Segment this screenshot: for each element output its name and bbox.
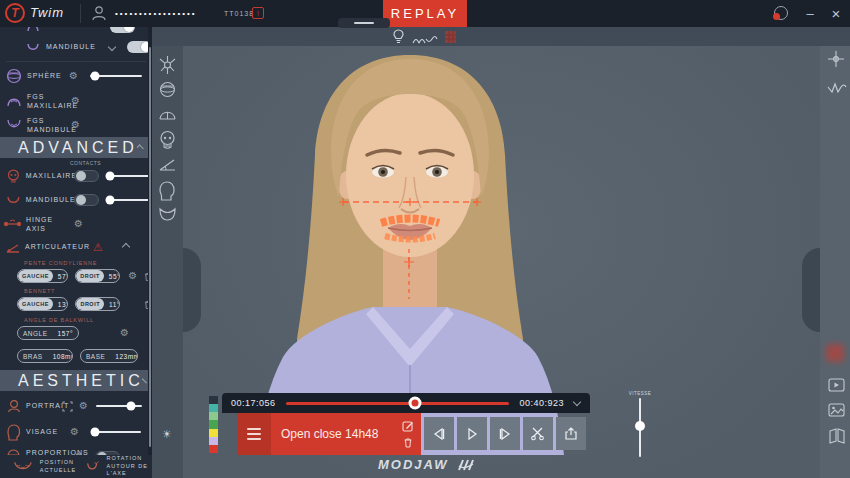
mandible-teeth-icon[interactable] xyxy=(158,207,177,226)
bennett-label: BENNETT xyxy=(24,288,55,294)
aesthetic-section-header[interactable]: AESTHETIC xyxy=(0,370,152,391)
pente-gauche-pill[interactable]: GAUCHE 57° xyxy=(17,269,68,283)
rotation-axe-label: ROTATIONAUTOUR DE L'AXE xyxy=(107,455,152,477)
left-panel-handle[interactable] xyxy=(183,248,201,332)
bennett-droit-pill[interactable]: DROIT 11° xyxy=(75,297,120,311)
head-profile-icon[interactable] xyxy=(158,181,176,205)
legend-segment xyxy=(209,445,218,453)
divider xyxy=(6,61,146,62)
titlebar-divider xyxy=(80,4,81,23)
replay-mode-button[interactable]: REPLAY xyxy=(383,0,467,27)
gear-icon[interactable]: ⚙ xyxy=(74,219,83,229)
sidebar-scrollbar[interactable] xyxy=(148,27,152,478)
sphere-icon[interactable] xyxy=(158,81,177,102)
sphere-label: SPHÈRE xyxy=(27,71,69,80)
hinge-axis-label: HINGE AXIS xyxy=(26,215,72,234)
gallery-pages-icon[interactable] xyxy=(826,428,848,448)
mandibule-opacity-slider[interactable] xyxy=(107,199,152,201)
position-actuelle-label: POSITIONACTUELLE xyxy=(40,459,76,474)
fgs-maxillaire-icon xyxy=(6,94,22,108)
advanced-title: ADVANCED xyxy=(18,139,138,157)
ruler-grid-icon[interactable] xyxy=(444,30,457,48)
clipped-row xyxy=(0,27,152,36)
step-backward-button[interactable] xyxy=(424,417,454,450)
bras-pill[interactable]: BRAS 108mm xyxy=(17,349,73,363)
brightness-icon[interactable]: ☀ xyxy=(162,428,172,441)
maxillaire-contacts-toggle[interactable] xyxy=(74,170,99,182)
axes-tracker-icon[interactable] xyxy=(158,55,177,79)
legend-segment xyxy=(209,396,218,404)
mandible-arch-icon xyxy=(26,42,40,53)
angle-value: 157° xyxy=(53,330,78,337)
panel-collapse-tab[interactable] xyxy=(338,18,390,28)
mandibule-top-label: MANDIBULE xyxy=(46,42,96,51)
gear-icon[interactable]: ⚙ xyxy=(69,71,78,81)
droit-chip: DROIT xyxy=(76,298,104,310)
patient-name-masked: ••••••••••••••••• xyxy=(115,9,197,18)
sidebar-row-adv-mandibule: MANDIBULE xyxy=(0,190,152,210)
lightbulb-icon[interactable] xyxy=(391,29,406,49)
bennett-gauche-pill[interactable]: GAUCHE 13° xyxy=(17,297,68,311)
alert-badge-icon[interactable]: ! xyxy=(252,7,264,19)
timeline-chevron-down-icon[interactable] xyxy=(573,398,581,406)
droit-chip: DROIT xyxy=(76,270,104,282)
delete-clip-icon[interactable] xyxy=(403,437,413,448)
sphere-opacity-slider[interactable] xyxy=(90,75,142,77)
gear-icon[interactable]: ⚙ xyxy=(71,120,80,130)
visage-slider[interactable] xyxy=(91,431,141,433)
fgs-mandibule-label: FGSMANDIBULE xyxy=(27,116,71,135)
twim-app-window: T Twim ••••••••••••••••• TT0138 ! REPLAY… xyxy=(0,0,850,478)
frame-icon[interactable] xyxy=(62,401,73,412)
base-value: 123mm xyxy=(110,353,138,360)
recording-indicator-icon[interactable] xyxy=(826,344,844,362)
hinge-axis-icon xyxy=(2,218,23,230)
signal-curve-icon[interactable] xyxy=(827,80,847,100)
timeline-track[interactable] xyxy=(286,402,510,405)
minimize-button[interactable]: – xyxy=(798,0,822,27)
maxillaire-opacity-slider[interactable] xyxy=(107,175,152,177)
titlebar: T Twim ••••••••••••••••• TT0138 ! REPLAY… xyxy=(0,0,850,27)
chevron-down-icon[interactable] xyxy=(108,43,116,51)
screenshot-image-icon[interactable] xyxy=(828,403,845,421)
rotation-axe-icon[interactable] xyxy=(84,459,100,474)
timeline-thumb[interactable] xyxy=(409,397,422,410)
clipped-toggle[interactable] xyxy=(110,27,135,33)
gear-icon[interactable]: ⚙ xyxy=(71,96,80,106)
portrait-slider[interactable] xyxy=(96,405,142,407)
skull-icon[interactable] xyxy=(158,130,177,155)
crosshair-tool-icon[interactable] xyxy=(827,50,845,72)
base-pill[interactable]: BASE 123mm xyxy=(80,349,138,363)
play-button[interactable] xyxy=(457,417,487,450)
clip-menu-button[interactable] xyxy=(237,413,271,455)
chevron-up-icon[interactable] xyxy=(122,243,130,251)
position-actuelle-icon[interactable] xyxy=(12,459,34,474)
video-clip-icon[interactable] xyxy=(828,378,845,396)
arch-fgs-icon[interactable] xyxy=(158,106,177,125)
mandibule-contacts-toggle[interactable] xyxy=(74,194,99,206)
angle-tool-icon[interactable] xyxy=(158,157,177,177)
balkwill-label: ANGLE DE BALKWILL xyxy=(24,317,94,323)
bras-value: 108mm xyxy=(48,353,73,360)
sidebar-row-visage: VISAGE ⚙ xyxy=(0,421,152,443)
advanced-section-header[interactable]: ADVANCED xyxy=(0,137,152,158)
cut-clip-button[interactable] xyxy=(523,417,553,450)
speed-slider[interactable] xyxy=(639,398,641,457)
edit-clip-icon[interactable] xyxy=(402,420,414,432)
balkwill-angle-pill[interactable]: ANGLE 157° xyxy=(17,326,79,340)
export-button[interactable] xyxy=(556,417,586,450)
tools-sidebar: MANDIBULE SPHÈRE ⚙ FGSMAXILLAIRE ⚙ FGSMA… xyxy=(0,27,152,478)
user-icon[interactable] xyxy=(90,4,108,26)
step-forward-button[interactable] xyxy=(490,417,520,450)
gear-icon[interactable]: ⚙ xyxy=(79,401,88,411)
gear-icon[interactable]: ⚙ xyxy=(120,328,129,338)
record-indicator-icon[interactable] xyxy=(774,6,788,20)
gear-icon[interactable]: ⚙ xyxy=(70,427,79,437)
close-button[interactable]: × xyxy=(824,0,848,27)
pente-droit-pill[interactable]: DROIT 55° xyxy=(75,269,120,283)
motion-curves-icon[interactable] xyxy=(412,32,438,50)
right-panel-handle[interactable] xyxy=(802,248,820,332)
trace-color-legend xyxy=(209,396,218,453)
legend-segment xyxy=(209,420,218,428)
bennett-row: GAUCHE 13° DROIT 11° xyxy=(0,296,152,312)
gear-icon[interactable]: ⚙ xyxy=(128,271,137,281)
